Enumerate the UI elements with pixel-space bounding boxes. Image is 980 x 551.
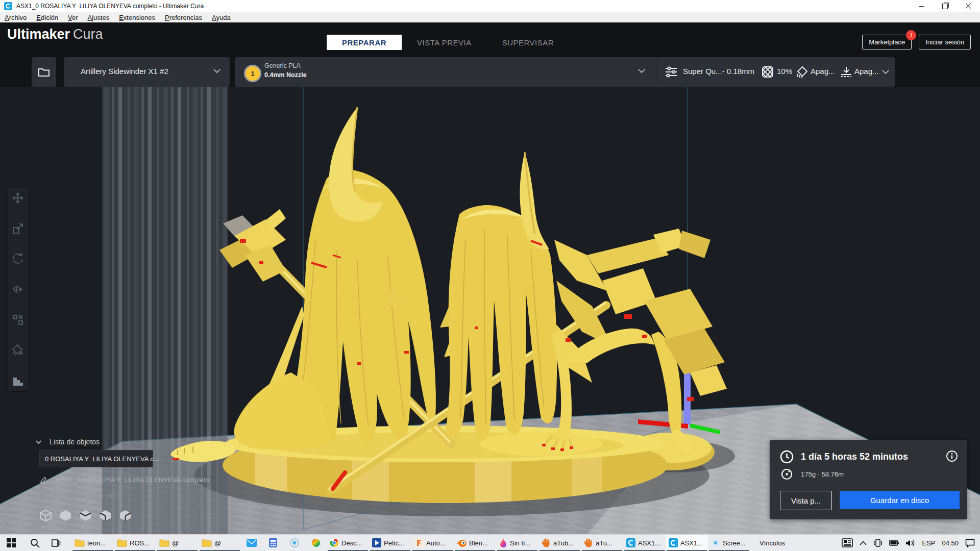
job-name-row[interactable]: ASX1_0 ROSALIYA Y LILIYA OLENYEVA comple… (40, 475, 209, 484)
menu-preferencias[interactable]: Preferencias (165, 14, 202, 21)
mirror-tool-button[interactable] (11, 283, 24, 296)
color-sphere-icon (311, 538, 321, 547)
per-object-settings-button[interactable] (11, 313, 24, 327)
news-widget-icon[interactable] (842, 538, 853, 547)
task-view-button[interactable] (50, 535, 62, 551)
view-right-icon[interactable] (118, 509, 132, 522)
taskbar-app-folder[interactable]: ROS... (114, 535, 156, 551)
folder-icon (75, 539, 85, 547)
taskbar-app-chrome[interactable]: Desc... (327, 535, 369, 551)
support-blocker-button[interactable] (11, 343, 24, 357)
extruder-number: 1 (251, 70, 254, 78)
taskbar-app-label: aTu... (596, 539, 612, 547)
hand-icon (584, 538, 593, 547)
taskbar-app-label: Blen... (469, 539, 488, 547)
taskbar-app-folder[interactable]: @ (199, 535, 241, 551)
view-3d-icon[interactable] (39, 509, 53, 522)
move-tool-button[interactable] (11, 191, 24, 205)
taskbar-app-paint3d[interactable]: Sin tí... (496, 535, 538, 551)
taskbar-pinned-calculator[interactable] (262, 535, 284, 551)
notification-icon[interactable] (965, 539, 975, 547)
taskbar-app-label: @ (214, 539, 221, 547)
taskbar-app-autodesk[interactable]: Auto... (411, 535, 454, 551)
tab-vista-previa[interactable]: VISTA PREVIA (402, 35, 487, 50)
screen-recorder-icon (711, 538, 720, 547)
language-indicator[interactable]: ESP (922, 539, 935, 547)
open-file-button[interactable] (32, 57, 56, 87)
taskbar-app-cura[interactable]: ASX1... (623, 535, 666, 551)
staff-head-right (587, 229, 727, 401)
adhesion-value: Apag... (854, 67, 879, 76)
taskbar-app-atube[interactable]: aTub... (538, 535, 581, 551)
taskbar-app-label: ROS... (130, 539, 150, 547)
title-bar: ASX1_0 ROSALIYA Y LILIYA OLENYEVA comple… (0, 0, 980, 12)
taskbar-app-atube[interactable]: aTu... (581, 535, 623, 551)
paint-drop-icon (499, 538, 507, 547)
infill-value: 10% (777, 67, 792, 76)
restore-button[interactable] (933, 0, 957, 12)
cura-icon (626, 538, 635, 547)
links-toolbar-label[interactable]: Vínculos (760, 539, 785, 547)
your-phone-icon[interactable] (873, 539, 883, 547)
speaker-icon[interactable] (905, 539, 915, 547)
tab-supervisar[interactable]: SUPERVISAR (487, 35, 569, 50)
save-label: Guardar en disco (870, 496, 929, 505)
save-to-disk-button[interactable]: Guardar en disco (840, 491, 960, 509)
menu-edicion[interactable]: Edición (36, 14, 58, 21)
info-icon[interactable] (946, 450, 958, 464)
marketplace-button[interactable]: Marketplace 1 (862, 35, 912, 49)
menu-ajustes[interactable]: Ajustes (88, 14, 110, 21)
taskbar-pinned-recorder[interactable] (284, 535, 305, 551)
system-tray: ESP 04:50 (842, 538, 980, 547)
clock[interactable]: 04:50 (942, 539, 959, 547)
autodesk-f-icon (414, 538, 424, 547)
taskbar-app-label: Sin tí... (510, 539, 530, 547)
infill-icon (762, 66, 774, 80)
model-3d[interactable] (170, 107, 727, 505)
taskbar-app-screenrec[interactable]: Scree... (708, 535, 750, 551)
search-icon[interactable] (29, 535, 41, 551)
marketplace-label: Marketplace (869, 38, 905, 46)
material-usage: 175g · 58.76m (801, 470, 844, 478)
preview-button[interactable]: Vista p... (780, 491, 832, 510)
material-selector[interactable]: 1 Generic PLA 0.4mm Nozzle (235, 57, 656, 87)
view-left-icon[interactable] (99, 509, 112, 522)
menu-ver[interactable]: Ver (68, 14, 78, 21)
start-button[interactable] (5, 535, 17, 551)
object-list-header[interactable]: Lista de objetos (36, 438, 100, 446)
signin-button[interactable]: Iniciar sesión (919, 35, 971, 49)
chevron-up-icon[interactable] (860, 541, 867, 545)
menu-extensiones[interactable]: Extensiones (119, 14, 155, 21)
profile-sliders-icon (665, 66, 678, 80)
brand-cura: Cura (73, 27, 103, 42)
print-settings-selector[interactable]: Super Qu...- 0.18mm 10% Apag... (656, 57, 895, 87)
battery-icon[interactable] (889, 540, 899, 546)
clock-icon (780, 450, 794, 464)
taskbar-pinned-paint[interactable] (305, 535, 327, 551)
minimize-button[interactable] (910, 0, 933, 12)
scale-tool-button[interactable] (11, 222, 24, 235)
tab-preparar[interactable]: PREPARAR (327, 35, 402, 50)
close-button[interactable] (957, 0, 980, 12)
view-front-icon[interactable] (59, 509, 72, 522)
folder-open-icon (38, 66, 50, 78)
rotate-tool-button[interactable] (11, 252, 24, 265)
menu-ayuda[interactable]: Ayuda (212, 14, 231, 21)
menu-archivo[interactable]: Archivo (5, 14, 27, 21)
taskbar-app-folder[interactable]: teori... (71, 535, 114, 551)
taskbar-app-cura-active[interactable]: ASX1... (666, 535, 708, 551)
taskbar-app-label: ASX1... (638, 539, 660, 547)
taskbar-app-label: Auto... (426, 539, 446, 547)
printer-selector[interactable]: Artillery Sidewinder X1 #2 (64, 57, 230, 87)
cura-icon (669, 538, 678, 547)
taskbar-app-blender[interactable]: Blen... (454, 535, 496, 551)
model-dimensions: 201.8 x 204.4 x 133.9 mm (40, 491, 116, 499)
view-top-icon[interactable] (79, 509, 92, 522)
movies-tv-icon (372, 538, 381, 547)
taskbar-app-movies[interactable]: Pelíc... (369, 535, 411, 551)
taskbar-app-folder[interactable]: @ (156, 535, 199, 551)
custom-stairs-icon[interactable] (11, 374, 24, 387)
object-list-item[interactable]: 0 ROSALIYA Y LILIYA OLENYEVA c... (39, 450, 153, 467)
taskbar-pinned-mail[interactable] (241, 535, 262, 551)
brand-ultimaker: Ultimaker (7, 27, 70, 42)
